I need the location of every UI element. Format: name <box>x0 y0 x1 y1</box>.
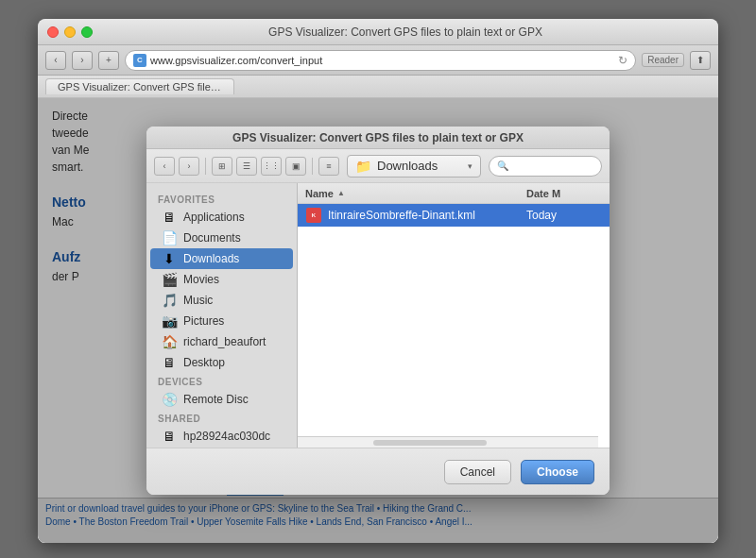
documents-icon: 📄 <box>162 230 177 245</box>
back-button[interactable]: ‹ <box>45 51 66 70</box>
sidebar-item-pictures[interactable]: 📷 Pictures <box>150 311 293 331</box>
title-bar: GPS Visualizer: Convert GPS files to pla… <box>38 19 718 45</box>
location-popup[interactable]: 📁 Downloads ▾ <box>347 155 481 178</box>
dialog-toolbar: ‹ › ⊞ ☰ ⋮⋮ ▣ ≡ 📁 Downloads ▾ 🔍 <box>146 149 610 183</box>
kml-icon-badge: K <box>306 208 321 223</box>
sidebar: FAVORITES 🖥 Applications 📄 Documents ⬇ D… <box>146 183 298 448</box>
shared-section-label: SHARED <box>146 410 297 426</box>
dialog-overlay: GPS Visualizer: Convert GPS files to pla… <box>38 98 718 543</box>
file-date-kml: Today <box>526 209 602 222</box>
disc-icon: 💿 <box>162 392 177 407</box>
pictures-icon: 📷 <box>162 313 177 329</box>
file-list-area: Name ▲ Date M K ItinraireSombreffe-Di <box>298 183 610 448</box>
add-tab-button[interactable]: + <box>98 51 119 70</box>
toolbar-separator-2 <box>312 158 313 175</box>
sidebar-item-music[interactable]: 🎵 Music <box>150 290 293 311</box>
sidebar-item-ulysse[interactable]: 🖥 ulysse <box>150 447 293 448</box>
sidebar-item-downloads-label: Downloads <box>183 252 239 265</box>
location-label: Downloads <box>377 159 462 173</box>
dialog-title: GPS Visualizer: Convert GPS files to pla… <box>232 131 524 144</box>
chevron-down-icon: ▾ <box>468 161 472 171</box>
reload-button[interactable]: ↻ <box>618 54 627 67</box>
browser-content: Directe tweede van Me smart. Netto Mac A… <box>38 98 718 543</box>
open-file-dialog: GPS Visualizer: Convert GPS files to pla… <box>146 127 610 495</box>
sidebar-item-movies-label: Movies <box>183 273 219 286</box>
sidebar-item-remote-disc-label: Remote Disc <box>183 393 249 406</box>
footer-buttons: Cancel Choose <box>444 460 594 484</box>
tab-bar: GPS Visualizer: Convert GPS files to pla… <box>38 76 718 98</box>
window-title: GPS Visualizer: Convert GPS files to pla… <box>102 25 709 39</box>
maximize-button[interactable] <box>81 26 93 38</box>
nav-back-icon[interactable]: ‹ <box>154 157 175 176</box>
dialog-footer: Cancel Choose <box>146 448 610 495</box>
sidebar-item-richard-label: richard_beaufort <box>183 335 266 348</box>
sidebar-item-desktop[interactable]: 🖥 Desktop <box>150 352 293 373</box>
view-icon-column[interactable]: ⋮⋮ <box>261 157 282 176</box>
sidebar-item-documents[interactable]: 📄 Documents <box>150 228 293 248</box>
sidebar-item-applications-label: Applications <box>183 211 245 224</box>
minimize-button[interactable] <box>64 26 76 38</box>
column-name[interactable]: Name ▲ <box>305 188 526 199</box>
traffic-lights <box>47 26 93 38</box>
applications-icon: 🖥 <box>162 210 177 225</box>
address-text: www.gpsvisualizer.com/convert_input <box>150 55 614 66</box>
column-date[interactable]: Date M <box>526 188 602 199</box>
sidebar-item-downloads[interactable]: ⬇ Downloads <box>150 248 293 269</box>
sidebar-item-hp-label: hp28924ac030dc <box>183 430 270 443</box>
reader-button[interactable]: Reader <box>642 53 684 67</box>
sidebar-item-pictures-label: Pictures <box>183 314 224 328</box>
network-computer-icon-1: 🖥 <box>162 429 177 444</box>
choose-button[interactable]: Choose <box>521 460 594 484</box>
sidebar-item-hp[interactable]: 🖥 hp28924ac030dc <box>150 426 293 447</box>
dialog-body: FAVORITES 🖥 Applications 📄 Documents ⬇ D… <box>146 183 610 448</box>
sidebar-item-documents-label: Documents <box>183 231 241 245</box>
sidebar-item-applications[interactable]: 🖥 Applications <box>150 207 293 228</box>
cancel-button[interactable]: Cancel <box>444 460 511 484</box>
arrange-icon[interactable]: ≡ <box>318 157 339 176</box>
music-icon: 🎵 <box>162 293 177 308</box>
search-field[interactable]: 🔍 <box>489 156 602 177</box>
nav-forward-icon[interactable]: › <box>179 157 199 176</box>
forward-button[interactable]: › <box>72 51 93 70</box>
file-list-header: Name ▲ Date M <box>298 183 610 204</box>
kml-file-icon: K <box>305 207 322 224</box>
horizontal-scrollbar[interactable] <box>298 436 598 448</box>
column-name-label: Name <box>305 188 334 199</box>
sidebar-item-remote-disc[interactable]: 💿 Remote Disc <box>150 389 293 410</box>
browser-toolbar: ‹ › + C www.gpsvisualizer.com/convert_in… <box>38 45 718 76</box>
sidebar-item-richard[interactable]: 🏠 richard_beaufort <box>150 331 293 352</box>
toolbar-separator-1 <box>205 158 206 175</box>
home-icon: 🏠 <box>162 334 177 349</box>
file-name-kml: ItinraireSombreffe-Dinant.kml <box>328 209 526 222</box>
devices-section-label: DEVICES <box>146 373 297 389</box>
view-icon-grid[interactable]: ⊞ <box>212 157 232 176</box>
sidebar-item-music-label: Music <box>183 294 213 307</box>
folder-icon: 📁 <box>355 159 371 174</box>
view-icon-cover[interactable]: ▣ <box>285 157 306 176</box>
favorites-section-label: FAVORITES <box>146 191 297 207</box>
security-icon: C <box>133 54 146 67</box>
view-icon-list[interactable]: ☰ <box>236 157 257 176</box>
sidebar-item-movies[interactable]: 🎬 Movies <box>150 269 293 290</box>
close-button[interactable] <box>47 26 59 38</box>
browser-window: GPS Visualizer: Convert GPS files to pla… <box>38 19 718 543</box>
downloads-icon: ⬇ <box>162 251 177 266</box>
sidebar-item-desktop-label: Desktop <box>183 356 225 369</box>
active-tab[interactable]: GPS Visualizer: Convert GPS files to pla… <box>45 78 234 94</box>
file-row-kml[interactable]: K ItinraireSombreffe-Dinant.kml Today <box>298 204 610 227</box>
movies-icon: 🎬 <box>162 272 177 287</box>
search-icon: 🔍 <box>497 161 508 171</box>
share-button[interactable]: ⬆ <box>690 51 711 70</box>
dialog-title-bar: GPS Visualizer: Convert GPS files to pla… <box>146 127 610 149</box>
desktop-icon: 🖥 <box>162 355 177 370</box>
column-date-label: Date M <box>526 188 560 199</box>
scroll-thumb-h <box>373 440 487 446</box>
address-bar[interactable]: C www.gpsvisualizer.com/convert_input ↻ <box>125 50 636 71</box>
sort-arrow-icon: ▲ <box>337 189 345 197</box>
